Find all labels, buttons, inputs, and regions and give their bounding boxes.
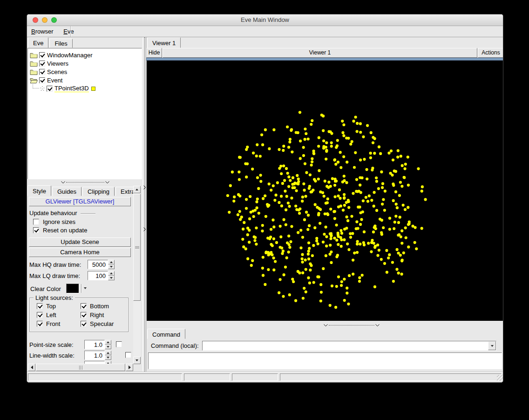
chevron-down-icon [375,324,380,326]
chevron-right-icon [143,185,146,190]
combo-dropdown-button[interactable] [488,341,496,350]
command-output[interactable] [148,352,502,369]
light-checkbox[interactable] [81,321,87,327]
spin-value[interactable]: 1.0 [84,340,105,349]
actions-button[interactable]: Actions [478,48,503,58]
spin-value[interactable]: 5000 [88,260,108,269]
scroll-right-icon[interactable] [126,364,133,371]
camera-home-button[interactable]: Camera Home [29,248,131,257]
ignore-sizes-row[interactable]: Ignore sizes [33,218,75,225]
viewer-canvas[interactable] [147,61,503,321]
light-specular-row[interactable]: Specular [81,320,114,327]
light-checkbox[interactable] [37,312,43,318]
menu-browser[interactable]: Browser [27,26,58,37]
line-width-spinner[interactable]: 1.0 [84,351,111,360]
tab-command[interactable]: Command [147,329,185,339]
spin-value[interactable]: 1.0 [84,351,105,360]
light-checkbox[interactable] [37,303,43,309]
left-tabbar: Eve Files [28,37,74,48]
status-segment [232,373,278,381]
status-segment [184,373,230,381]
tree-item-event[interactable]: Event [30,76,62,84]
clear-color-label: Clear Color [30,285,61,292]
chevron-down-icon [61,181,65,183]
resize-grip[interactable] [497,375,503,381]
light-checkbox[interactable] [81,312,87,318]
viewer-horizontal-splitter[interactable] [324,323,380,327]
tab-clipping[interactable]: Clipping [82,187,115,196]
spin-up-icon[interactable] [105,351,111,355]
vertical-splitter[interactable] [142,37,146,372]
spin-down-icon[interactable] [108,276,115,280]
line-width-label: Line-width scale: [29,352,75,359]
spin-down-icon[interactable] [105,355,111,360]
point-size-spinner[interactable]: 1.0 [84,340,111,349]
color-split-separator [81,284,81,293]
max-hq-label: Max HQ draw time: [29,261,81,268]
point-size-checkbox[interactable] [116,341,122,347]
folder-icon [30,69,38,75]
light-right-row[interactable]: Right [81,312,104,318]
left-horizontal-splitter[interactable] [61,180,109,184]
light-checkbox[interactable] [81,303,87,309]
tab-eve[interactable]: Eve [28,37,48,48]
tree-checkbox[interactable] [39,77,45,83]
tab-viewer-1[interactable]: Viewer 1 [147,37,181,48]
group-rule [81,213,95,214]
tree-item-viewers[interactable]: Viewers [30,60,68,67]
scrollbar-thumb[interactable] [36,364,125,371]
max-hq-spinner[interactable]: 5000 [88,260,115,269]
clear-color-swatch[interactable] [66,284,79,293]
light-bottom-row[interactable]: Bottom [81,303,109,310]
titlebar[interactable]: Eve Main Window [27,14,503,26]
chevron-right-icon [143,227,146,231]
light-left-row[interactable]: Left [37,312,56,318]
open-folder-icon [30,77,38,83]
chevron-down-icon [105,181,109,183]
update-behaviour-group: Update behaviour [29,210,131,217]
spin-down-icon[interactable] [108,264,115,269]
spin-value[interactable]: 100 [88,271,108,280]
spin-up-icon[interactable] [108,271,115,276]
line-width-checkbox[interactable] [125,352,131,358]
tree-checkbox[interactable] [47,86,53,92]
scroll-up-icon[interactable] [133,186,141,193]
max-lq-label: Max LQ draw time: [29,272,80,279]
tab-style[interactable]: Style [27,185,51,196]
hide-button[interactable]: Hide [146,48,162,58]
tree-item-tpointset3d[interactable]: TPointSet3D [30,85,95,92]
tree-checkbox[interactable] [39,61,45,67]
tree-connector [33,84,39,88]
point-cloud [147,61,503,321]
command-tabbar: Command [147,329,186,339]
spin-up-icon[interactable] [105,340,111,345]
reset-on-update-row[interactable]: Reset on update [33,227,87,234]
command-label: Command (local): [151,342,199,349]
tree-item-windowmanager[interactable]: WindowManager [30,51,93,59]
tab-guides[interactable]: Guides [52,187,81,196]
tree-marker-swatch[interactable] [91,87,95,91]
tree-item-scenes[interactable]: Scenes [30,68,67,75]
spin-down-icon[interactable] [105,345,111,349]
ignore-sizes-checkbox[interactable] [33,219,39,225]
menu-eve[interactable]: Eve [59,26,78,37]
scroll-down-icon[interactable] [133,357,141,364]
tree-checkbox[interactable] [39,52,45,58]
max-lq-spinner[interactable]: 100 [88,271,115,280]
reset-on-update-checkbox[interactable] [33,227,39,233]
eve-main-window: Eve Main Window Browser Eve Eve Files Wi… [27,14,503,383]
pointset-icon [40,86,45,91]
light-checkbox[interactable] [37,321,43,327]
tab-files[interactable]: Files [49,39,72,48]
spin-up-icon[interactable] [108,260,115,264]
light-top-row[interactable]: Top [37,303,56,310]
tree-checkbox[interactable] [39,69,45,75]
scrollbar-thumb[interactable] [133,194,141,301]
light-front-row[interactable]: Front [37,320,60,327]
glviewer-button[interactable]: GLViewer [TGLSAViewer] [29,197,131,206]
command-combobox[interactable] [202,341,496,351]
scroll-left-icon[interactable] [28,364,35,371]
update-scene-button[interactable]: Update Scene [29,237,131,247]
eve-tree: WindowManager Viewers Scenes Event [27,48,142,179]
clear-color-dropdown[interactable] [84,287,87,289]
